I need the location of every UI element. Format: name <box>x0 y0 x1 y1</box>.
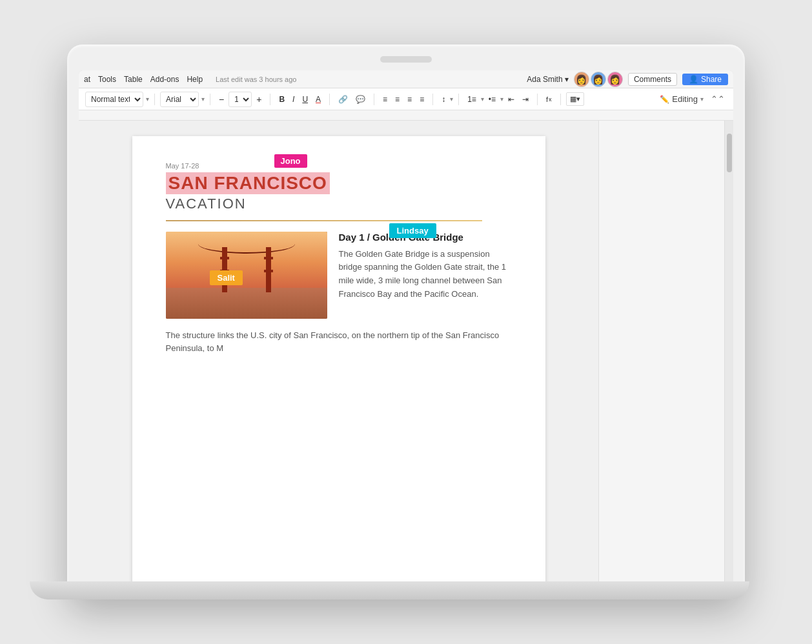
font-chevron-icon: ▾ <box>201 96 205 103</box>
doc-page[interactable]: May 17-28 Jono SAN FRANCISCO VACATION <box>132 136 545 581</box>
toolbar-group-size: − 11 + <box>214 92 266 107</box>
ggb-water <box>166 288 327 318</box>
toolbar-group-link: 🔗 💬 <box>334 93 370 106</box>
laptop-base <box>30 581 749 599</box>
menu-item-help[interactable]: Help <box>187 75 203 84</box>
content-text: Day 1 / Golden Gate Bridge The Golden Ga… <box>339 232 512 319</box>
scrollbar-thumb[interactable] <box>727 134 732 172</box>
toolbar-group-format: B I U A <box>274 93 325 106</box>
toolbar-group-formula: fx <box>542 94 556 105</box>
doc-title-sf: SAN FRANCISCO <box>166 172 330 194</box>
comments-button[interactable]: Comments <box>628 73 677 86</box>
laptop-screen: at Tools Table Add-ons Help Last edit wa… <box>79 70 733 581</box>
font-size-select[interactable]: 11 <box>228 92 252 107</box>
section-body: The Golden Gate Bridge is a suspension b… <box>339 248 512 301</box>
scrollbar-area[interactable] <box>724 121 733 581</box>
bold-button[interactable]: B <box>276 93 288 106</box>
avatar-2: 👩 <box>591 72 606 87</box>
editing-label: Editing <box>672 94 698 104</box>
doc-title-block: Jono SAN FRANCISCO VACATION <box>166 172 512 212</box>
toolbar-sep-6 <box>432 94 433 105</box>
font-select[interactable]: Arial <box>160 92 199 107</box>
sidebar-panel <box>598 121 724 581</box>
toolbar: Normal text ▾ Arial ▾ − 11 + B <box>79 88 733 110</box>
insert-button[interactable]: ▦▾ <box>566 92 584 106</box>
toolbar-sep-3 <box>270 94 270 105</box>
doc-divider <box>166 220 482 221</box>
toolbar-group-insert: ▦▾ <box>565 92 585 106</box>
menu-bar-left: at Tools Table Add-ons Help Last edit wa… <box>84 75 519 84</box>
toolbar-sep-9 <box>560 94 561 105</box>
share-label: Share <box>701 75 722 84</box>
list-chevron-icon: ▾ <box>481 96 484 103</box>
user-avatars: 👩 👩 👩 <box>574 72 623 87</box>
editing-mode-button[interactable]: ✏️ Editing ▾ <box>656 92 707 106</box>
avatar-3: 👩 <box>607 72 623 87</box>
cursor-lindsay-label: Lindsay <box>389 223 436 238</box>
avatar-face-1: 👩 <box>574 72 589 86</box>
toolbar-sep-2 <box>210 94 210 105</box>
toolbar-sep-8 <box>537 94 538 105</box>
laptop-shell: at Tools Table Add-ons Help Last edit wa… <box>67 45 745 599</box>
avatar-face-3: 👩 <box>608 72 622 86</box>
second-para-block: The structure links the U.S. city of San… <box>166 329 512 356</box>
align-left-button[interactable]: ≡ <box>380 93 391 106</box>
font-size-increase-button[interactable]: + <box>253 92 265 106</box>
menu-item-addons[interactable]: Add-ons <box>150 75 179 84</box>
toolbar-group-editing: ✏️ Editing ▾ ⌃⌃ <box>655 92 728 106</box>
font-size-decrease-button[interactable]: − <box>216 92 227 106</box>
toolbar-sep-5 <box>374 94 374 105</box>
doc-date: May 17-28 <box>166 162 512 170</box>
avatar-1: 👩 <box>574 72 589 87</box>
menu-item-tools[interactable]: Tools <box>98 75 116 84</box>
menu-item-table[interactable]: Table <box>124 75 143 84</box>
line-spacing-button[interactable]: ↕ <box>438 93 449 106</box>
laptop-notch <box>380 56 432 63</box>
style-chevron-icon: ▾ <box>146 96 149 103</box>
avatar-face-2: 👩 <box>591 72 605 86</box>
user-name-label: Ada Smith ▾ <box>527 75 569 84</box>
toolbar-group-spacing: ↕ ▾ <box>437 93 454 106</box>
toolbar-sep-7 <box>458 94 459 105</box>
formula-button[interactable]: fx <box>543 94 555 105</box>
second-para-text: The structure links the U.S. city of San… <box>166 329 512 356</box>
toolbar-group-style: Normal text ▾ <box>84 92 150 107</box>
toolbar-sep-4 <box>329 94 330 105</box>
text-color-button[interactable]: A <box>312 93 324 106</box>
main-area: May 17-28 Jono SAN FRANCISCO VACATION <box>79 121 733 581</box>
indent-decrease-button[interactable]: ⇤ <box>505 93 518 106</box>
last-edit-text: Last edit was 3 hours ago <box>216 75 296 83</box>
toolbar-group-list: 1≡ ▾ •≡ ▾ ⇤ ⇥ <box>463 93 533 106</box>
ruler <box>79 110 733 121</box>
editing-chevron-icon: ▾ <box>700 96 704 103</box>
menu-bar: at Tools Table Add-ons Help Last edit wa… <box>79 70 733 88</box>
bullet-chevron-icon: ▾ <box>500 96 503 103</box>
cursor-salit-label: Salit <box>210 270 243 285</box>
comment-inline-button[interactable]: 💬 <box>352 93 369 106</box>
toolbar-group-align: ≡ ≡ ≡ ≡ <box>378 93 429 106</box>
toolbar-group-font: Arial ▾ <box>159 92 206 107</box>
spacing-chevron-icon: ▾ <box>450 96 453 103</box>
toolbar-collapse-button[interactable]: ⌃⌃ <box>709 92 727 106</box>
indent-increase-button[interactable]: ⇥ <box>519 93 532 106</box>
share-icon: 👤 <box>689 75 698 84</box>
cursor-jono-label: Jono <box>274 154 307 168</box>
underline-button[interactable]: U <box>299 93 311 106</box>
ggb-tower-right <box>266 247 271 292</box>
italic-button[interactable]: I <box>289 93 298 106</box>
content-section: Salit Day 1 / Golden Gate Bridge The Gol… <box>166 232 512 319</box>
pencil-icon: ✏️ <box>660 95 669 104</box>
doc-title-vacation: VACATION <box>166 196 512 212</box>
share-button[interactable]: 👤 Share <box>682 74 728 85</box>
doc-area[interactable]: May 17-28 Jono SAN FRANCISCO VACATION <box>79 121 598 581</box>
numbered-list-button[interactable]: 1≡ <box>464 93 480 106</box>
menu-bar-right: Ada Smith ▾ 👩 👩 👩 Comments 👤 Share <box>527 72 728 87</box>
align-right-button[interactable]: ≡ <box>404 93 415 106</box>
align-justify-button[interactable]: ≡ <box>416 93 427 106</box>
align-center-button[interactable]: ≡ <box>392 93 403 106</box>
bullet-list-button[interactable]: •≡ <box>485 93 499 106</box>
menu-item-at[interactable]: at <box>84 75 90 84</box>
link-button[interactable]: 🔗 <box>335 93 351 106</box>
style-select[interactable]: Normal text <box>85 92 143 107</box>
golden-gate-image: Salit <box>166 232 327 319</box>
